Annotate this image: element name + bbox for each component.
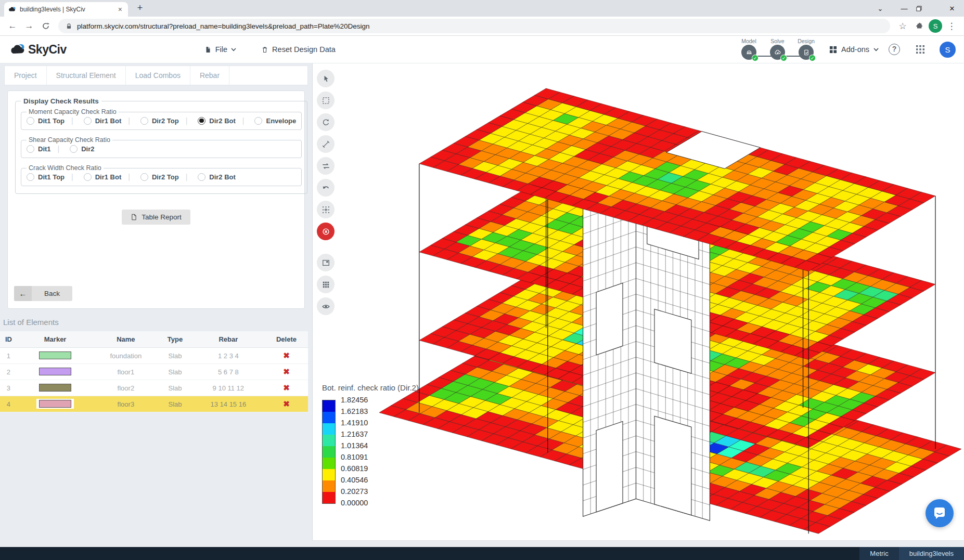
radio-icon[interactable] [27, 173, 34, 181]
window-minimize-button[interactable]: — [892, 5, 916, 12]
delete-button[interactable]: ✖ [283, 383, 290, 392]
legend-value: 1.41910 [341, 419, 368, 427]
radio-icon[interactable] [84, 117, 92, 125]
cell-type: Slab [158, 380, 191, 396]
cell-name: floor2 [93, 380, 158, 396]
cell-name: floor1 [93, 364, 158, 380]
chat-support-button[interactable] [926, 499, 954, 527]
extensions-puzzle-icon[interactable] [912, 19, 927, 33]
maximize-icon [916, 6, 922, 11]
radio-option-dir1-bot[interactable]: Dir1 Bot [65, 173, 121, 181]
reset-design-data-button[interactable]: Reset Design Data [256, 42, 341, 57]
bookmark-star-icon[interactable]: ☆ [895, 19, 910, 33]
radio-icon[interactable] [27, 117, 34, 125]
mesh-grid-button[interactable] [317, 276, 335, 293]
marquee-select-button[interactable] [317, 92, 335, 109]
cell-marker [17, 396, 94, 412]
column-header-marker: Marker [17, 331, 94, 348]
url-bar[interactable]: platform.skyciv.com/structural?preload_n… [58, 19, 890, 33]
pipeline-step-model[interactable]: Model✓ [735, 38, 763, 60]
skyciv-logo[interactable]: SkyCiv [9, 42, 67, 57]
check-group: Shear Capacity Check RatioDit1Dir2 [21, 136, 302, 158]
check-group-title: Shear Capacity Check Ratio [27, 136, 112, 144]
lock-icon [66, 23, 72, 30]
window-maximize-button[interactable] [916, 6, 940, 11]
radio-option-dit1[interactable]: Dit1 [27, 145, 51, 153]
back-nav-icon[interactable]: ← [5, 19, 20, 33]
pipeline-step-solve[interactable]: Solve✓ [763, 38, 792, 60]
unit-system-toggle[interactable]: Metric [859, 547, 898, 560]
tab-structural-element[interactable]: Structural Element [47, 66, 126, 85]
rotate-view-button[interactable] [317, 113, 335, 131]
tab-rebar[interactable]: Rebar [190, 66, 229, 85]
user-avatar[interactable]: S [940, 42, 956, 58]
radio-option-dir2-bot[interactable]: Dir2 Bot [179, 116, 236, 125]
browser-profile-avatar[interactable]: S [929, 19, 942, 33]
solve-icon[interactable]: ✓ [770, 45, 785, 60]
delete-button[interactable]: ✖ [283, 367, 290, 376]
window-close-button[interactable]: ✕ [940, 5, 964, 12]
radio-icon[interactable] [254, 117, 262, 125]
table-row-floor2[interactable]: 3floor2Slab9 10 11 12✖ [0, 380, 308, 396]
back-button[interactable]: ← Back [14, 286, 72, 301]
chevron-down-icon [231, 48, 236, 51]
pointer-button[interactable] [317, 70, 335, 87]
model-canvas[interactable]: Bot. reinf. check ratio (Dir.2) 1.824561… [312, 63, 964, 541]
delete-button[interactable]: ✖ [283, 399, 290, 408]
snap-points-button[interactable] [317, 201, 335, 218]
table-report-button[interactable]: Table Report [122, 210, 190, 225]
radio-icon[interactable] [70, 145, 78, 153]
radio-icon[interactable] [140, 117, 148, 125]
radio-label: Dir2 Bot [209, 117, 236, 125]
legend-value: 0.40546 [341, 476, 368, 484]
left-panel: ProjectStructural ElementLoad CombosReba… [0, 63, 312, 547]
addons-menu[interactable]: Add-ons [829, 45, 879, 54]
tab-load-combos[interactable]: Load Combos [126, 66, 190, 85]
legend-value: 0.60819 [341, 464, 368, 473]
tab-close-icon[interactable]: × [117, 6, 124, 13]
forward-nav-icon[interactable]: → [22, 19, 36, 33]
radio-icon[interactable] [140, 173, 148, 181]
addons-label: Add-ons [841, 45, 869, 54]
radio-option-dir2-top[interactable]: Dir2 Top [121, 173, 178, 181]
tab-title: building3levels | SkyCiv [20, 6, 113, 13]
reload-icon[interactable] [38, 19, 53, 33]
measure-button[interactable] [317, 135, 335, 153]
design-icon[interactable]: ✓ [799, 45, 814, 60]
legend-swatch [323, 446, 335, 458]
clear-results-button[interactable] [317, 223, 335, 240]
radio-option-envelope[interactable]: Envelope [236, 116, 296, 125]
radio-icon[interactable] [27, 145, 34, 153]
browser-menu-kebab-icon[interactable]: ⋮ [944, 19, 959, 33]
new-tab-button[interactable]: + [133, 2, 147, 15]
radio-label: Dit1 [38, 145, 51, 153]
radio-option-dit1-top[interactable]: Dit1 Top [27, 173, 65, 181]
delete-button[interactable]: ✖ [283, 351, 290, 360]
radio-option-dir2[interactable]: Dir2 [51, 145, 95, 153]
radio-option-dir2-bot[interactable]: Dir2 Bot [179, 173, 236, 181]
radio-option-dit1-top[interactable]: Dit1 Top [27, 117, 65, 125]
swap-axes-button[interactable] [317, 157, 335, 175]
file-menu[interactable]: File [199, 42, 241, 57]
brand-name: SkyCiv [28, 43, 67, 57]
help-button[interactable]: ? [889, 44, 900, 55]
browser-tab[interactable]: building3levels | SkyCiv × [4, 2, 128, 17]
check-group: Moment Capacity Check RatioDit1 TopDir1 … [21, 108, 302, 130]
table-row-floor1[interactable]: 2floor1Slab5 6 7 8✖ [0, 364, 308, 380]
apps-grid-icon[interactable] [916, 45, 925, 54]
table-row-floor3[interactable]: 4floor3Slab13 14 15 16✖ [0, 396, 308, 412]
pipeline-step-design[interactable]: Design✓ [792, 38, 820, 60]
tab-project[interactable]: Project [5, 66, 47, 85]
table-row-foundation[interactable]: 1foundationSlab1 2 3 4✖ [0, 348, 308, 364]
legend-title: Bot. reinf. check ratio (Dir.2) [322, 383, 419, 392]
radio-option-dir1-bot[interactable]: Dir1 Bot [65, 116, 121, 125]
radio-icon[interactable] [198, 117, 205, 125]
model-icon[interactable]: ✓ [741, 45, 756, 60]
undo-button[interactable] [317, 179, 335, 197]
radio-icon[interactable] [84, 173, 92, 181]
radio-icon[interactable] [198, 173, 205, 181]
viewport-capture-button[interactable] [317, 254, 335, 271]
window-chevron-icon[interactable]: ⌄ [868, 5, 892, 12]
radio-option-dir2-top[interactable]: Dir2 Top [121, 116, 178, 125]
visibility-button[interactable] [317, 297, 335, 315]
